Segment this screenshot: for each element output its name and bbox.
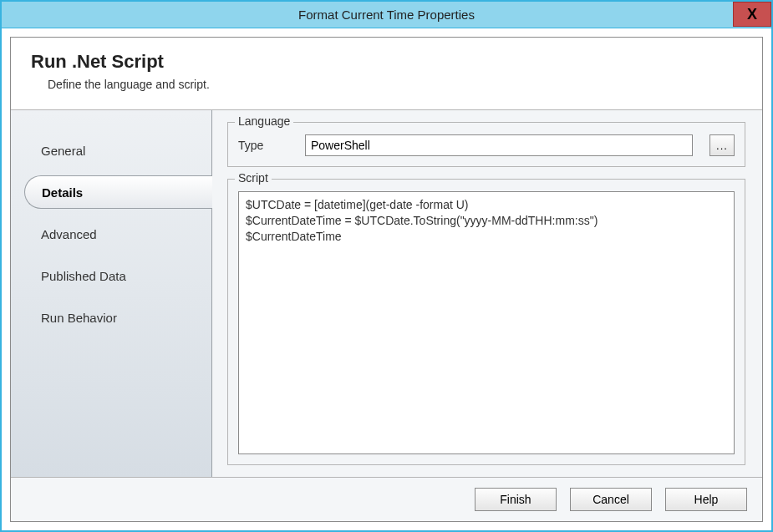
tab-general[interactable]: General: [11, 134, 211, 167]
window-title: Format Current Time Properties: [298, 8, 475, 22]
type-input[interactable]: [305, 134, 693, 156]
tab-advanced[interactable]: Advanced: [11, 217, 211, 251]
browse-button[interactable]: ...: [709, 134, 735, 156]
tab-published-data[interactable]: Published Data: [11, 259, 211, 292]
dialog-footer: Finish Cancel Help: [11, 477, 762, 521]
header-section: Run .Net Script Define the language and …: [11, 38, 762, 109]
body-section: General Details Advanced Published Data …: [11, 109, 762, 477]
tab-label: General: [41, 144, 85, 158]
close-button[interactable]: X: [733, 2, 771, 27]
language-group-label: Language: [235, 114, 293, 128]
finish-button[interactable]: Finish: [475, 488, 557, 511]
tab-label: Published Data: [41, 269, 126, 283]
script-textarea[interactable]: [238, 191, 735, 454]
inner-wrap: Run .Net Script Define the language and …: [2, 28, 771, 530]
close-icon: X: [747, 6, 757, 23]
type-label: Type: [238, 139, 288, 152]
cancel-button[interactable]: Cancel: [570, 488, 652, 511]
tab-label: Details: [42, 185, 83, 200]
dialog-window: Format Current Time Properties X Run .Ne…: [0, 0, 773, 532]
help-button[interactable]: Help: [665, 488, 747, 511]
page-subheading: Define the language and script.: [31, 78, 742, 91]
script-group-label: Script: [235, 171, 272, 185]
language-row: Type ...: [238, 134, 735, 156]
titlebar: Format Current Time Properties X: [2, 2, 771, 28]
tab-label: Run Behavior: [41, 311, 117, 325]
tab-details[interactable]: Details: [24, 175, 212, 209]
content-panel: Language Type ... Script: [211, 110, 762, 477]
sidebar: General Details Advanced Published Data …: [11, 110, 211, 477]
page-heading: Run .Net Script: [31, 51, 742, 73]
tab-label: Advanced: [41, 227, 97, 241]
ellipsis-icon: ...: [716, 139, 728, 152]
script-group: Script: [227, 179, 745, 465]
tab-run-behavior[interactable]: Run Behavior: [11, 301, 211, 334]
dialog-body: Run .Net Script Define the language and …: [10, 37, 763, 522]
language-group: Language Type ...: [227, 122, 745, 167]
